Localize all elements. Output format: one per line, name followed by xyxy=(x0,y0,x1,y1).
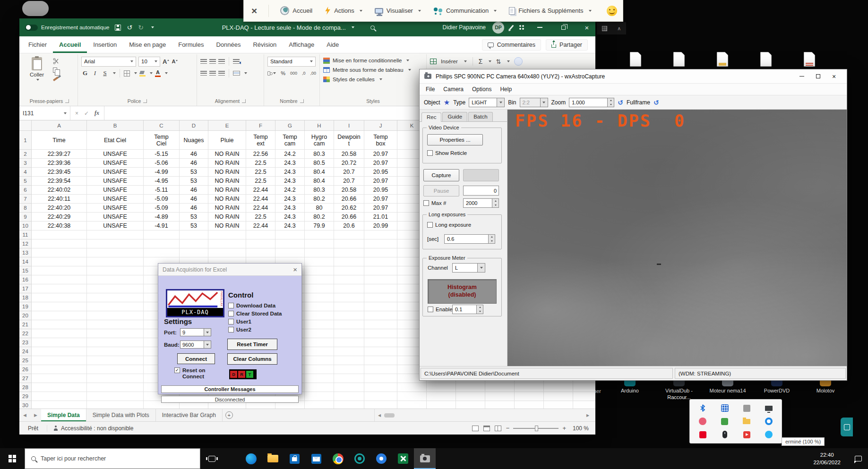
cut-icon[interactable] xyxy=(53,58,59,64)
cell-A19[interactable] xyxy=(32,302,87,311)
page-layout-view-button[interactable] xyxy=(483,426,490,431)
cell-F4[interactable]: 22.5 xyxy=(246,168,275,177)
cell-I15[interactable] xyxy=(334,266,364,275)
cell-J17[interactable] xyxy=(364,284,397,293)
cell-H17[interactable] xyxy=(305,284,334,293)
cell-P29[interactable] xyxy=(544,392,573,401)
cell-G10[interactable]: 24.3 xyxy=(275,222,305,230)
zoom-slider-thumb[interactable] xyxy=(535,426,538,431)
cell-I13[interactable] xyxy=(334,248,364,257)
cell-G7[interactable]: 24.3 xyxy=(275,195,305,204)
cell-J12[interactable] xyxy=(364,239,397,248)
taskbar-app-edge[interactable] xyxy=(240,448,262,469)
taskbar-app-excel[interactable] xyxy=(392,448,414,469)
cell-H21[interactable] xyxy=(305,320,334,329)
cell-E9[interactable]: NO RAIN xyxy=(208,213,246,222)
cell-C11[interactable] xyxy=(144,230,180,239)
cell-E5[interactable]: NO RAIN xyxy=(208,177,246,186)
cell-G8[interactable]: 24.3 xyxy=(275,204,305,213)
sheet-tab-simple-data[interactable]: Simple Data xyxy=(41,409,86,421)
cell-I21[interactable] xyxy=(334,320,364,329)
cell-A24[interactable] xyxy=(32,347,87,356)
cell-G12[interactable] xyxy=(275,239,305,248)
menu-options[interactable]: Options xyxy=(468,84,496,95)
cell-H16[interactable] xyxy=(305,275,334,284)
cell-A12[interactable] xyxy=(32,239,87,248)
row-header-13[interactable]: 13 xyxy=(19,248,32,257)
cell-E4[interactable]: NO RAIN xyxy=(208,168,246,177)
column-header-G[interactable]: G xyxy=(275,120,305,131)
cell-H25[interactable] xyxy=(305,356,334,365)
cell-B23[interactable] xyxy=(87,338,144,347)
cancel-entry-button[interactable]: × xyxy=(75,110,78,117)
spinner-buttons[interactable] xyxy=(492,199,498,207)
cell-I5[interactable]: 20.7 xyxy=(334,177,364,186)
cell-H7[interactable]: 80.2 xyxy=(305,195,334,204)
chevron-down-icon[interactable] xyxy=(151,26,154,28)
cell-E10[interactable]: NO RAIN xyxy=(208,222,246,230)
scrollbar-track[interactable] xyxy=(383,413,584,418)
cell-G9[interactable]: 24.3 xyxy=(275,213,305,222)
font-name-select[interactable]: Arial xyxy=(81,57,136,67)
cell-J26[interactable] xyxy=(364,365,397,374)
cell-E8[interactable]: NO RAIN xyxy=(208,204,246,213)
cell-J13[interactable] xyxy=(364,248,397,257)
cell-H11[interactable] xyxy=(305,230,334,239)
checkbox-user1[interactable]: User1 xyxy=(228,319,282,324)
row-header-20[interactable]: 20 xyxy=(19,311,32,320)
meter-threshold-spinner[interactable]: 0.1 xyxy=(452,305,483,314)
show-reticle-checkbox[interactable]: Show Reticle xyxy=(427,150,467,156)
column-header-H[interactable]: H xyxy=(305,120,334,131)
checkbox-user2[interactable]: User2 xyxy=(228,327,282,333)
cell-H8[interactable]: 80 xyxy=(305,204,334,213)
scroll-right-icon[interactable]: ▶ xyxy=(584,413,592,418)
chevron-up-icon[interactable]: ∧ xyxy=(617,26,621,32)
cell-E2[interactable]: NO RAIN xyxy=(208,150,246,159)
row-header-15[interactable]: 15 xyxy=(19,266,32,275)
sheet-nav-left[interactable]: ◀ xyxy=(19,409,30,421)
cell-A29[interactable] xyxy=(32,392,87,401)
cell-A15[interactable] xyxy=(32,266,87,275)
cell-F10[interactable]: 22.44 xyxy=(246,222,275,230)
cell-A28[interactable] xyxy=(32,383,87,392)
cell-H14[interactable] xyxy=(305,257,334,266)
cell-C12[interactable] xyxy=(144,239,180,248)
chevron-down-icon[interactable] xyxy=(165,72,168,74)
menu-tab-insertion[interactable]: Insertion xyxy=(87,36,123,53)
record-tray-icon[interactable] xyxy=(764,417,773,426)
cell-J30[interactable] xyxy=(364,401,397,409)
cell-H19[interactable] xyxy=(305,302,334,311)
cell-J11[interactable] xyxy=(364,230,397,239)
chevron-down-icon[interactable] xyxy=(134,72,137,74)
row-header-30[interactable]: 30 xyxy=(19,401,32,409)
cell-D2[interactable]: 46 xyxy=(180,150,208,159)
wrap-text-icon[interactable] xyxy=(233,59,240,64)
column-header-D[interactable]: D xyxy=(180,120,208,131)
cell-D5[interactable]: 53 xyxy=(180,177,208,186)
underline-button[interactable]: S xyxy=(101,69,109,77)
row-header-8[interactable]: 8 xyxy=(19,204,32,213)
cell-I1[interactable]: Dewpoin t xyxy=(334,131,364,150)
percent-button[interactable]: % xyxy=(281,70,285,76)
page-break-view-button[interactable] xyxy=(495,426,501,431)
cell-H24[interactable] xyxy=(305,347,334,356)
cell-G2[interactable]: 24.2 xyxy=(275,150,305,159)
dialog-launcher-icon[interactable] xyxy=(65,99,69,103)
cell-H6[interactable]: 80.3 xyxy=(305,186,334,195)
cell-J28[interactable] xyxy=(364,383,397,392)
cell-C4[interactable]: -4.99 xyxy=(144,168,180,177)
fullframe-reset-icon[interactable]: ↺ xyxy=(653,99,659,106)
port-select[interactable]: 9 xyxy=(180,328,211,336)
cell-H18[interactable] xyxy=(305,293,334,302)
user-name[interactable]: Didier Papavoine xyxy=(443,24,486,31)
cell-G5[interactable]: 24.3 xyxy=(275,177,305,186)
cell-F13[interactable] xyxy=(246,248,275,257)
cell-H26[interactable] xyxy=(305,365,334,374)
cell-B12[interactable] xyxy=(87,239,144,248)
cell-J19[interactable] xyxy=(364,302,397,311)
cell-K30[interactable] xyxy=(397,401,427,409)
align-center-icon[interactable] xyxy=(209,71,216,76)
cell-I12[interactable] xyxy=(334,239,364,248)
red-tray-icon[interactable] xyxy=(742,430,751,439)
ribbon-options-icon[interactable] xyxy=(519,25,524,30)
